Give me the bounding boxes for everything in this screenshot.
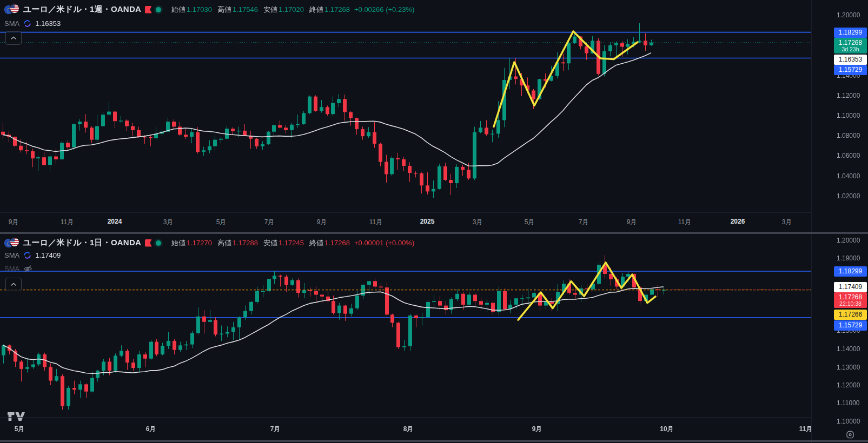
price-label: 1.15729 [834,320,867,331]
price-label: 1.15729 [834,65,867,75]
time-tick-label: 11月 [670,218,700,227]
sma-hidden-label: SMA [4,265,19,273]
daily-sma-row: SMA 1.17409 [4,251,61,259]
settings-gear-icon[interactable] [846,431,855,441]
open-value: 1.17030 [187,5,212,14]
time-tick-label: 11月 [52,218,82,227]
high-label: 高値 [217,5,231,15]
time-tick-label: 5月 [514,218,545,227]
price-tick-label: 1.10000 [837,111,860,120]
price-tick-label: 1.13000 [837,363,860,372]
time-tick-label: 7月 [254,218,284,227]
weekly-chart-canvas[interactable] [0,0,811,212]
high-label: 高値 [217,238,231,248]
daily-symbol-title[interactable]: ユーロ／米ドル・1日・OANDA [23,238,141,248]
sync-icon [23,19,31,28]
open-value: 1.17270 [187,239,212,247]
countdown-label: 22:10:38 [834,301,867,308]
countdown-label: 3d 23h [834,46,867,53]
price-tick-label: 1.10000 [837,417,860,426]
time-tick-label: 8月 [393,425,423,434]
price-tick-label: 1.08000 [837,131,860,140]
sma-label: SMA [4,19,19,28]
price-tick-label: 1.04000 [837,172,860,180]
chevron-up-icon [10,283,17,286]
data-status-dot-icon [156,7,161,12]
open-label: 始値 [171,5,185,15]
sma-label: SMA [4,251,19,259]
market-flag-icon [145,6,152,14]
price-label: 1.172683d 23h [834,38,867,53]
daily-chart-canvas[interactable] [0,234,811,426]
daily-pane-legend: ユーロ／米ドル・1日・OANDA 始値1.17270 高値1.17288 安値1… [4,238,414,248]
time-tick-label: 7月 [568,218,599,227]
price-label: 1.17409 [834,282,867,292]
eurusd-flag-icon [4,238,19,248]
chevron-up-icon [10,36,17,40]
price-tick-label: 1.20000 [837,236,860,245]
price-label: 1.16353 [834,55,867,65]
high-value: 1.17546 [233,5,258,14]
time-tick-label: 6月 [136,425,166,434]
low-value: 1.17245 [279,239,304,247]
change-value: +0.00001 (+0.00%) [354,239,414,247]
eurusd-flag-icon [4,4,19,15]
time-tick-label: 5月 [206,218,236,227]
time-tick-label: 2025 [412,218,442,225]
high-value: 1.17288 [233,239,258,247]
low-label: 安値 [263,5,277,15]
daily-time-axis[interactable]: 5月6月7月8月9月10月11月 [0,417,811,440]
time-tick-label: 9月 [0,218,29,227]
low-label: 安値 [263,238,277,248]
open-label: 始値 [171,238,185,248]
time-tick-label: 5月 [4,425,35,434]
time-tick-label: 2026 [723,218,753,225]
trading-chart-app: ユーロ／米ドル・1週・OANDA 始値1.17030 高値1.17546 安値1… [0,0,868,443]
weekly-ohlc-values: 始値1.17030 高値1.17546 安値1.17020 終値1.17268 … [167,5,414,15]
price-label: 1.17266 [834,310,867,320]
price-axis[interactable]: 1.200001.140001.120001.100001.080001.060… [811,0,868,443]
price-tick-label: 1.06000 [837,151,860,160]
time-tick-label: 11月 [361,218,391,227]
weekly-time-axis[interactable]: 9月11月20243月5月7月9月11月20253月5月7月9月11月20263… [0,212,811,232]
price-tick-label: 1.12000 [837,91,860,100]
price-tick-label: 1.20000 [837,11,860,19]
daily-ohlc-values: 始値1.17270 高値1.17288 安値1.17245 終値1.17268 … [167,238,414,248]
price-label: 1.1726822:10:38 [834,292,867,308]
time-tick-label: 9月 [307,218,337,227]
daily-sma-hidden-row: SMA [4,265,32,273]
price-tick-label: 1.02000 [837,192,860,200]
weekly-sma-row: SMA 1.16353 [4,19,61,28]
time-tick-label: 9月 [617,218,647,227]
sma-value: 1.17409 [35,251,61,259]
time-tick-label: 7月 [260,425,290,434]
price-tick-label: 1.11000 [837,399,860,407]
daily-pane-collapse-button[interactable] [5,278,22,291]
close-value: 1.17268 [324,239,350,247]
market-flag-icon [145,239,152,247]
time-tick-label: 3月 [462,218,493,227]
weekly-pane-legend: ユーロ／米ドル・1週・OANDA 始値1.17030 高値1.17546 安値1… [4,4,414,15]
time-tick-label: 3月 [153,218,183,227]
data-status-dot-icon [156,240,161,246]
price-tick-label: 1.19000 [837,254,860,263]
close-value: 1.17268 [324,5,350,14]
time-tick-label: 9月 [522,425,552,434]
pane-separator[interactable] [0,232,868,234]
close-label: 終値 [309,5,323,15]
sma-value: 1.16353 [35,19,61,28]
weekly-pane-collapse-button[interactable] [5,31,22,45]
eye-slash-icon[interactable] [23,265,32,273]
price-tick-label: 1.14000 [837,345,860,353]
time-tick-label: 10月 [652,425,682,434]
low-value: 1.17020 [279,5,304,14]
sync-icon [23,251,31,259]
time-tick-label: 2024 [100,218,130,225]
close-label: 終値 [309,238,323,248]
weekly-symbol-title[interactable]: ユーロ／米ドル・1週・OANDA [23,4,141,15]
price-label: 1.18299 [834,28,867,38]
price-label: 1.18299 [834,266,867,277]
time-tick-label: 3月 [772,218,802,227]
change-value: +0.00266 (+0.23%) [354,5,414,14]
price-tick-label: 1.12000 [837,381,860,390]
